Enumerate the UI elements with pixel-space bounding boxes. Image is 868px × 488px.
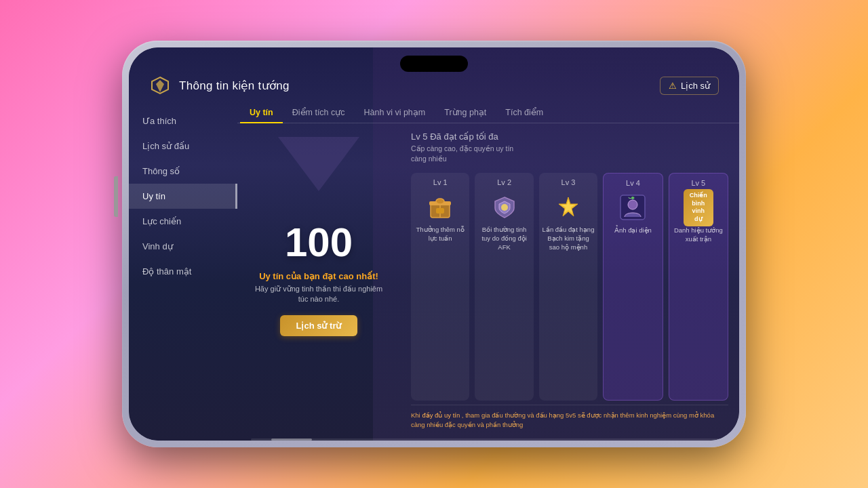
sidebar-item-thong-so[interactable]: Thông số bbox=[129, 159, 237, 184]
level-label-3: Lv 3 bbox=[561, 178, 576, 186]
tabs-bar: Uy tín Điểm tích cực Hành vi vi phạm Trừ… bbox=[237, 102, 739, 123]
level-icon-4 bbox=[618, 192, 648, 222]
level-label-5: Lv 5 bbox=[691, 179, 705, 187]
level-desc-3: Lần đầu đạt hạng Bạch kim tặng sao hộ mệ… bbox=[542, 226, 595, 251]
level-label-1: Lv 1 bbox=[433, 178, 448, 186]
level-icon-3 bbox=[553, 192, 583, 222]
level-card-3: Lv 3 Lần đầu đạt hạng Bạch kim tặng sao … bbox=[539, 173, 597, 401]
tab-hanh-vi-vi-pham[interactable]: Hành vi vi phạm bbox=[355, 102, 435, 123]
score-panel: 100 Uy tín của bạn đạt cao nhất! Hãy giữ… bbox=[237, 123, 400, 439]
level-card-2: Lv 2 Bồi thường tinh tuy do đồng bbox=[475, 173, 533, 401]
score-subtitle: Hãy giữ vững tinh thần thi đấu nghiêm tú… bbox=[251, 284, 387, 305]
tab-tich-diem[interactable]: Tích điểm bbox=[496, 102, 553, 123]
volume-button bbox=[114, 176, 118, 217]
history-button[interactable]: ⚠ Lịch sử bbox=[660, 77, 719, 95]
score-history-button[interactable]: Lịch sử trừ bbox=[280, 315, 358, 336]
score-title: Uy tín của bạn đạt cao nhất! bbox=[259, 271, 378, 281]
level-card-5: Lv 5 Chiến bình vinh dự Danh hiệu tướng … bbox=[669, 173, 728, 401]
svg-point-3 bbox=[436, 199, 444, 204]
level-desc-2: Bồi thường tinh tuy do đồng đội AFK bbox=[477, 226, 530, 251]
level-desc-4: Ảnh đại diện bbox=[614, 226, 652, 235]
screen-content: Thông tin kiện tướng ⚠ Lịch sử Ưa thích … bbox=[129, 47, 739, 441]
level-icon-2 bbox=[490, 192, 519, 222]
header-title: Thông tin kiện tướng bbox=[179, 79, 290, 93]
app-logo-icon bbox=[149, 75, 171, 96]
tab-diem-tich-cuc[interactable]: Điểm tích cực bbox=[283, 102, 355, 123]
content-area: Uy tín Điểm tích cực Hành vi vi phạm Trừ… bbox=[237, 102, 739, 441]
tab-trung-phat[interactable]: Trừng phạt bbox=[435, 102, 496, 123]
svg-point-9 bbox=[628, 200, 637, 209]
svg-rect-4 bbox=[436, 208, 444, 214]
sidebar-item-do-than-mat[interactable]: Độ thân mật bbox=[129, 259, 237, 284]
triangle-decoration bbox=[278, 137, 359, 191]
levels-panel: Lv 5 Đã đạt cấp tối đa Cấp càng cao, đặc… bbox=[400, 123, 739, 439]
level-desc-5: Danh hiệu tướng xuất trận bbox=[672, 226, 725, 244]
dynamic-island bbox=[400, 56, 468, 72]
level-icon-1 bbox=[425, 192, 455, 222]
levels-grid: Lv 1 bbox=[411, 173, 728, 401]
level-title: Lv 5 Đã đạt cấp tối đa bbox=[411, 131, 728, 142]
sidebar-item-ua-thich[interactable]: Ưa thích bbox=[129, 108, 237, 134]
sidebar-item-lich-su-dau[interactable]: Lịch sử đấu bbox=[129, 134, 237, 159]
level-badge-5: Chiến bình vinh dự bbox=[684, 189, 713, 226]
score-value: 100 bbox=[285, 219, 353, 266]
level-icon-5: Chiến bình vinh dự bbox=[684, 192, 713, 222]
sidebar-item-uy-tin[interactable]: Uy tín bbox=[129, 184, 237, 209]
main-layout: Ưa thích Lịch sử đấu Thông số Uy tín Lực… bbox=[129, 102, 739, 441]
phone-screen: Thông tin kiện tướng ⚠ Lịch sử Ưa thích … bbox=[129, 47, 739, 441]
svg-point-5 bbox=[501, 204, 508, 211]
level-subtitle: Cấp càng cao, đặc quyền uy tín càng nhiề… bbox=[411, 144, 728, 163]
footer-note: Khi đầy đủ uy tínKhi đầy đủ uy tín, tham… bbox=[411, 405, 728, 432]
level-header: Lv 5 Đã đạt cấp tối đa Cấp càng cao, đặc… bbox=[411, 131, 728, 163]
level-label-2: Lv 2 bbox=[497, 178, 511, 186]
svg-point-10 bbox=[631, 197, 634, 199]
sidebar-item-luc-chien[interactable]: Lực chiến bbox=[129, 209, 237, 234]
scroll-indicator bbox=[251, 439, 726, 441]
warning-icon: ⚠ bbox=[669, 81, 677, 91]
phone-frame: Thông tin kiện tướng ⚠ Lịch sử Ưa thích … bbox=[122, 41, 746, 447]
sidebar-item-vinh-du[interactable]: Vinh dự bbox=[129, 234, 237, 259]
history-button-label: Lịch sử bbox=[681, 81, 710, 91]
level-label-4: Lv 4 bbox=[626, 179, 640, 187]
level-card-4: Lv 4 bbox=[603, 173, 663, 401]
sidebar: Ưa thích Lịch sử đấu Thông số Uy tín Lực… bbox=[129, 102, 237, 441]
level-desc-1: Thưởng thêm nỗ lực tuần bbox=[414, 226, 467, 243]
level-card-1: Lv 1 bbox=[411, 173, 469, 401]
main-panel: 100 Uy tín của bạn đạt cao nhất! Hãy giữ… bbox=[237, 123, 739, 439]
footer-note-highlight: Khi bbox=[411, 411, 422, 419]
scroll-thumb bbox=[271, 439, 312, 441]
tab-uy-tin[interactable]: Uy tín bbox=[240, 102, 283, 123]
